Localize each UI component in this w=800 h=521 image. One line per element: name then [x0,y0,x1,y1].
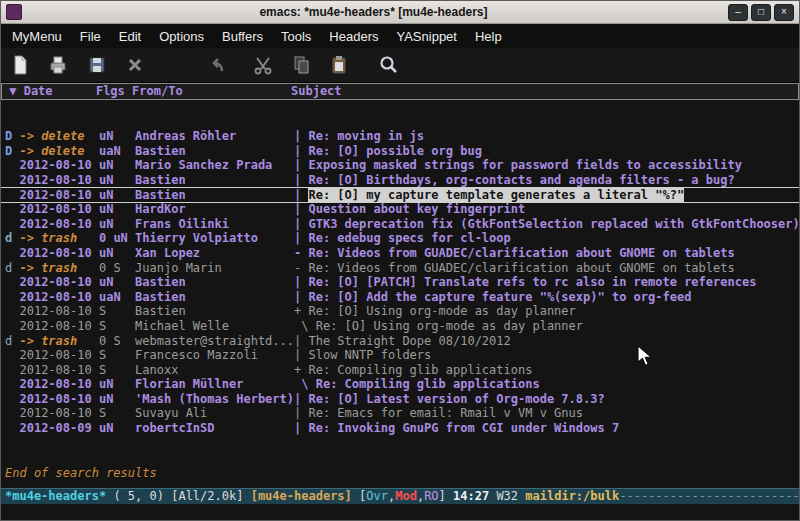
mark-cell [5,392,19,406]
subject-cell: Re: moving in js [308,129,424,143]
date-cell: 2012-08-10 [19,290,98,304]
date-cell: 2012-08-10 [19,188,98,202]
menu-item-buffers[interactable]: Buffers [213,26,272,47]
date-cell: 2012-08-10 [19,392,98,406]
subject-cell: Re: [O] Using org-mode as day planner [308,304,575,318]
message-row[interactable]: 2012-08-10 uN Frans Oilinki | GTK3 depre… [1,217,799,232]
paste-icon[interactable] [326,52,352,78]
date-cell: -> delete [19,144,98,158]
mark-cell: d [5,231,19,245]
mark-cell [5,406,19,420]
save-icon[interactable] [84,52,110,78]
mark-cell: d [5,334,19,348]
message-row[interactable]: 2012-08-10 uN HardKor | Question about k… [1,202,799,217]
flags-cell: uN [99,217,135,231]
flags-cell: S [99,348,135,362]
thread-separator: | [294,158,308,172]
new-file-icon[interactable] [7,52,33,78]
menu-bar: MyMenuFileEditOptionsBuffersToolsHeaders… [1,24,799,48]
flags-cell: uaN [99,144,135,158]
menu-item-options[interactable]: Options [150,26,213,47]
thread-separator: - [294,261,308,275]
mode-line-segment: [mu4e-headers] [251,489,359,503]
menu-item-headers[interactable]: Headers [320,26,387,47]
message-row[interactable]: d -> trash 0 uN Thierry Volpiatto | Re: … [1,231,799,246]
message-row[interactable]: 2012-08-10 S Michael Welle \ Re: [O] Usi… [1,319,799,334]
mode-line-segment: Mod [395,489,417,503]
from-cell: Bastien [135,304,294,318]
mark-cell [5,202,19,216]
message-row[interactable]: D -> delete uaN Bastien | Re: [O] possib… [1,144,799,159]
close-icon[interactable] [122,52,148,78]
from-cell: Bastien [135,275,294,289]
mark-cell [5,217,19,231]
message-row[interactable]: 2012-08-10 uN Florian Müllner \ Re: Comp… [1,377,799,392]
subject-cell: Exposing masked strings for password fie… [308,158,741,172]
message-row[interactable]: 2012-08-10 S Lanoxx + Re: Compiling glib… [1,363,799,378]
maximize-button[interactable]: □ [751,4,771,21]
mode-line-segment: *mu4e-headers* [5,489,106,503]
message-row[interactable]: 2012-08-10 S Suvayu Ali | Re: Emacs for … [1,406,799,421]
mode-line-segment: ---------------------------------------- [619,489,799,503]
message-row[interactable]: D -> delete uN Andreas Röhler | Re: movi… [1,129,799,144]
header-line[interactable]: ▼ Date Flgs From/To Subject [1,83,799,100]
message-row[interactable]: 2012-08-09 uN robertcInSD | Re: Invoking… [1,421,799,436]
from-cell: Frans Oilinki [135,217,294,231]
thread-separator: | [294,421,308,435]
subject-cell: Re: Compiling glib applications [316,377,540,391]
flags-cell: S [99,406,135,420]
flags-cell: S [99,304,135,318]
mark-cell [5,290,19,304]
thread-separator: \ [294,319,316,333]
echo-area[interactable] [1,504,799,520]
minimize-button[interactable]: – [728,4,748,21]
message-row[interactable]: 2012-08-10 uN 'Mash (Thomas Herbert)| Re… [1,392,799,407]
flags-cell: uN [99,188,135,202]
mode-line-segment: W32 [496,489,525,503]
thread-separator: \ [294,377,316,391]
menu-item-help[interactable]: Help [466,26,511,47]
message-row[interactable]: d -> trash 0 S Juanjo Marin - Re: Videos… [1,261,799,276]
search-icon[interactable] [375,52,401,78]
close-button[interactable]: × [774,4,794,21]
message-row[interactable]: 2012-08-10 S Francesco Mazzoli | Slow NN… [1,348,799,363]
thread-separator: | [294,129,308,143]
print-icon[interactable] [45,52,71,78]
mode-line-segment: RO [424,489,438,503]
message-row[interactable]: 2012-08-10 uN Bastien | Re: [O] my captu… [1,187,799,204]
message-row[interactable]: 2012-08-10 S Bastien + Re: [O] Using org… [1,304,799,319]
menu-item-yasnippet[interactable]: YASnippet [387,26,465,47]
mark-cell: d [5,261,19,275]
mark-cell [5,188,19,202]
menu-item-tools[interactable]: Tools [272,26,320,47]
thread-separator: | [294,290,308,304]
message-row[interactable]: 2012-08-10 uN Bastien | Re: [O] Birthday… [1,173,799,188]
from-cell: Bastien [135,144,294,158]
menu-item-mymenu[interactable]: MyMenu [3,26,71,47]
thread-separator: + [294,363,308,377]
date-cell: 2012-08-10 [19,348,98,362]
flags-cell: 0 S [99,261,135,275]
message-row[interactable]: 2012-08-10 uN Bastien | Re: [O] [PATCH] … [1,275,799,290]
message-row[interactable]: d -> trash 0 S webmaster@straightd...| T… [1,334,799,349]
headers-buffer: D -> delete uN Andreas Röhler | Re: movi… [1,100,799,488]
subject-cell: Re: [O] [PATCH] Translate refs to rc als… [308,275,756,289]
subject-cell: Re: [O] Birthdays, org-contacts and agen… [308,173,734,187]
mode-line-segment: 14:27 [453,489,496,503]
copy-icon[interactable] [288,52,314,78]
mode-line-segment: [All/2.0k] [171,489,250,503]
thread-separator: | [294,275,308,289]
cut-icon[interactable] [250,52,276,78]
menu-item-file[interactable]: File [71,26,110,47]
subject-cell: Re: Videos from GUADEC/clarification abo… [308,261,734,275]
date-cell: 2012-08-10 [19,363,98,377]
message-row[interactable]: 2012-08-10 uN Xan Lopez - Re: Videos fro… [1,246,799,261]
message-row[interactable]: 2012-08-10 uaN Bastien | Re: [O] Add the… [1,290,799,305]
menu-item-edit[interactable]: Edit [110,26,150,47]
thread-separator: | [294,392,308,406]
message-list: D -> delete uN Andreas Röhler | Re: movi… [1,129,799,435]
message-row[interactable]: 2012-08-10 uN Mario Sanchez Prada | Expo… [1,158,799,173]
mode-line: *mu4e-headers* ( 5, 0) [All/2.0k] [mu4e-… [1,488,799,504]
undo-icon[interactable] [204,52,230,78]
from-cell: Mario Sanchez Prada [135,158,294,172]
